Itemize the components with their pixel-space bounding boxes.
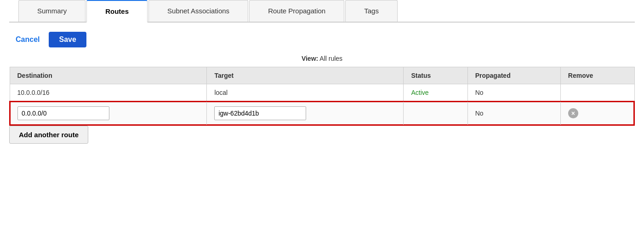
status-badge: Active <box>411 89 428 96</box>
save-button[interactable]: Save <box>49 32 86 47</box>
tab-subnet-associations[interactable]: Subnet Associations <box>148 0 248 22</box>
cell-remove <box>560 84 634 102</box>
cell-destination-input <box>10 101 207 125</box>
col-target: Target <box>207 67 404 84</box>
col-propagated: Propagated <box>467 67 560 84</box>
view-value: All rules <box>319 55 342 62</box>
view-row: View: All rules <box>9 55 635 62</box>
add-another-route-button[interactable]: Add another route <box>9 126 88 144</box>
col-status: Status <box>404 67 467 84</box>
col-destination: Destination <box>10 67 207 84</box>
destination-input[interactable] <box>17 106 109 120</box>
cell-target: local <box>207 84 404 102</box>
cell-destination: 10.0.0.0/16 <box>10 84 207 102</box>
routes-table-wrapper: Destination Target Status Propagated Rem… <box>9 67 635 126</box>
view-label: View: <box>302 55 318 62</box>
cancel-button[interactable]: Cancel <box>14 33 41 47</box>
remove-icon[interactable]: × <box>568 108 578 118</box>
page-container: Summary Routes Subnet Associations Route… <box>0 0 644 153</box>
toolbar: Cancel Save <box>9 32 635 47</box>
table-header-row: Destination Target Status Propagated Rem… <box>10 67 634 84</box>
table-row: 10.0.0.0/16 local Active No <box>10 84 634 102</box>
editable-row: No × <box>10 101 634 125</box>
col-remove: Remove <box>560 67 634 84</box>
routes-table: Destination Target Status Propagated Rem… <box>9 67 635 126</box>
target-input[interactable] <box>214 106 306 120</box>
cell-propagated: No <box>467 84 560 102</box>
tab-route-propagation[interactable]: Route Propagation <box>249 0 344 22</box>
cell-status-editable <box>404 101 467 125</box>
cell-target-input <box>207 101 404 125</box>
tab-summary[interactable]: Summary <box>18 0 85 22</box>
add-route-container: Add another route <box>9 126 635 144</box>
cell-remove-editable: × <box>560 101 634 125</box>
cell-propagated-editable: No <box>467 101 560 125</box>
cell-status: Active <box>404 84 467 102</box>
tab-routes[interactable]: Routes <box>86 0 148 23</box>
tab-tags[interactable]: Tags <box>345 0 398 22</box>
tabs-bar: Summary Routes Subnet Associations Route… <box>9 0 635 23</box>
